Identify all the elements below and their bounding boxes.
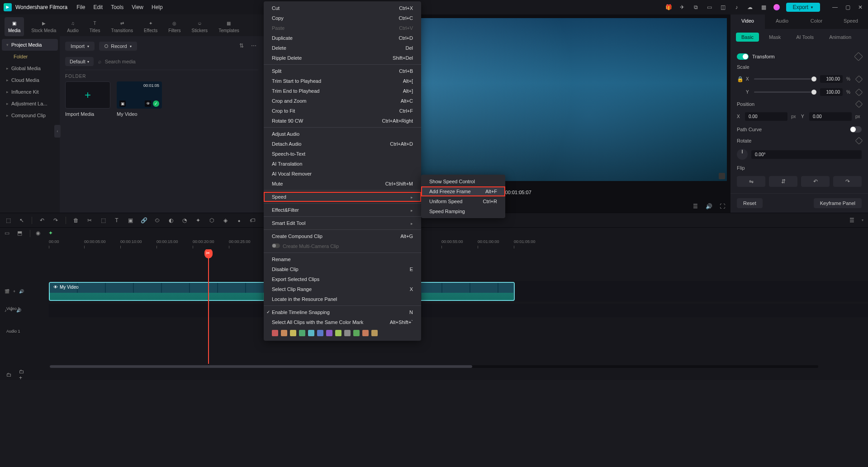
link-icon[interactable]: 🔗 (140, 217, 147, 224)
ctx-crop-to-fit[interactable]: Crop to FitCtrl+F (264, 106, 421, 116)
audio-icon[interactable]: ♪ (733, 4, 740, 11)
maximize-button[interactable]: ▢ (844, 3, 852, 11)
gift-icon[interactable]: 🎁 (665, 4, 672, 11)
ctx-ripple-delete[interactable]: Ripple DeleteShift+Del (264, 53, 421, 63)
scale-y-keyframe-icon[interactable] (855, 88, 863, 96)
color-swatch[interactable] (299, 330, 305, 336)
import-button[interactable]: Import▾ (65, 42, 95, 51)
rotate-keyframe-icon[interactable] (855, 137, 863, 145)
tab-titles[interactable]: TTitles (86, 17, 104, 36)
subtab-ai-tools[interactable]: AI Tools (791, 33, 819, 42)
scale-y-slider[interactable] (754, 91, 816, 93)
magnet-icon[interactable]: ⬚ (5, 217, 12, 224)
ctx-speech-to-text[interactable]: Speech-to-Text (264, 149, 421, 159)
ctx-crop-and-zoom[interactable]: Crop and ZoomAlt+C (264, 96, 421, 106)
color-icon[interactable]: ◔ (181, 217, 188, 224)
ctx-sub-uniform-speed[interactable]: Uniform SpeedCtrl+R (421, 196, 505, 206)
ctx-split[interactable]: SplitCtrl+B (264, 66, 421, 76)
ctx-create-compound-clip[interactable]: Create Compound ClipAlt+G (264, 231, 421, 241)
tab-color[interactable]: Color (799, 14, 834, 29)
sidebar-item-folder[interactable]: Folder (2, 51, 58, 62)
scale-x-keyframe-icon[interactable] (855, 75, 863, 83)
import-media-tile[interactable]: + Import Media (65, 81, 110, 117)
ctx-export-selected-clips[interactable]: Export Selected Clips (264, 274, 421, 284)
flip-v-button[interactable]: ⇵ (769, 176, 797, 187)
ctx-sub-speed-ramping[interactable]: Speed Ramping (421, 206, 505, 216)
color-swatch[interactable] (335, 330, 342, 336)
mode2-icon[interactable]: ⬒ (17, 230, 24, 237)
fade-icon[interactable]: ◐ (167, 217, 175, 224)
mode1-icon[interactable]: ▭ (5, 230, 12, 237)
keyframe-panel-button[interactable]: Keyframe Panel (814, 198, 862, 208)
monitor-icon[interactable]: ▭ (706, 4, 713, 11)
corner-handle-icon[interactable] (719, 173, 725, 179)
crop-icon[interactable]: ⬚ (100, 217, 107, 224)
ctx-trim-start-to-playhead[interactable]: Trim Start to PlayheadAlt+[ (264, 76, 421, 86)
sidebar-collapse-button[interactable]: ‹ (54, 125, 61, 138)
flip-h-button[interactable]: ⇋ (737, 176, 765, 187)
ctx-trim-end-to-playhead[interactable]: Trim End to PlayheadAlt+] (264, 86, 421, 96)
ctx-sub-show-speed-control[interactable]: Show Speed Control (421, 176, 505, 186)
speed-icon[interactable]: ⏲ (154, 217, 161, 224)
color-swatch[interactable] (317, 330, 323, 336)
user-avatar-icon[interactable] (773, 4, 780, 10)
ctx-cut[interactable]: CutCtrl+X (264, 3, 421, 13)
scale-x-slider[interactable] (754, 78, 816, 80)
tab-video[interactable]: Video (730, 14, 765, 29)
menu-edit[interactable]: Edit (94, 4, 103, 10)
ctx-disable-clip[interactable]: Disable ClipE (264, 264, 421, 274)
cut-icon[interactable]: ✂ (86, 217, 93, 224)
devices-icon[interactable]: ⧉ (692, 4, 699, 11)
tab-transitions[interactable]: ⇄Transitions (107, 17, 137, 36)
menu-view[interactable]: View (132, 4, 143, 10)
marker-icon[interactable]: ◈ (222, 217, 229, 224)
sidebar-item-cloud-media[interactable]: ▸Cloud Media (2, 74, 58, 86)
sidebar-item-adjustment-layer[interactable]: ▸Adjustment La... (2, 98, 58, 110)
transform-toggle[interactable] (737, 53, 749, 60)
color-swatch[interactable] (326, 330, 332, 336)
mode4-icon[interactable]: ✦ (48, 230, 56, 237)
cursor-icon[interactable]: ↖ (18, 217, 25, 224)
sidebar-item-compound-clip[interactable]: ▸Compound Clip (2, 110, 58, 121)
subtab-animation[interactable]: Animation (824, 33, 857, 42)
color-swatch[interactable] (308, 330, 314, 336)
timeline-ruler[interactable]: 00:00 00:00:05:00 00:00:10:00 00:00:15:0… (49, 239, 868, 249)
ctx-enable-timeline-snapping[interactable]: ✓Enable Timeline SnappingN (264, 307, 421, 317)
tab-effects[interactable]: ✦Effects (140, 17, 161, 36)
pos-y-input[interactable]: 0.00 (809, 112, 852, 121)
record-button[interactable]: Record▾ (99, 42, 137, 51)
close-button[interactable]: ✕ (856, 3, 864, 11)
ctx-duplicate[interactable]: DuplicateCtrl+D (264, 33, 421, 43)
ctx-detach-audio[interactable]: Detach AudioCtrl+Alt+D (264, 139, 421, 149)
color-swatch[interactable] (290, 330, 296, 336)
undo-icon[interactable]: ↶ (38, 217, 46, 224)
search-input[interactable]: ⌕ (98, 58, 258, 65)
timeline-scrollbar[interactable] (0, 364, 868, 369)
sidebar-item-global-media[interactable]: ▸Global Media (2, 62, 58, 74)
tab-filters[interactable]: ◎Filters (165, 17, 184, 36)
color-swatch[interactable] (344, 330, 351, 336)
sidebar-item-influence-kit[interactable]: ▸Influence Kit (2, 86, 58, 98)
ctx-select-all-clips-with-the-same-color-mark[interactable]: Select All Clips with the Same Color Mar… (264, 317, 421, 327)
screenshot-icon[interactable]: ▣ (127, 217, 134, 224)
rotate-cw-button[interactable]: ↷ (833, 176, 862, 187)
rotate-dial[interactable] (737, 149, 748, 160)
cloud-icon[interactable]: ☁ (746, 4, 754, 11)
mute-video-icon[interactable]: 🔊 (19, 289, 24, 294)
ctx-rename[interactable]: Rename (264, 254, 421, 264)
scale-y-input[interactable]: 100.00 (820, 88, 843, 96)
transform-reset-icon[interactable] (854, 52, 863, 61)
ctx-select-clip-range[interactable]: Select Clip RangeX (264, 284, 421, 294)
path-curve-toggle[interactable] (850, 126, 862, 133)
menu-tools[interactable]: Tools (111, 4, 123, 10)
tab-stock-media[interactable]: ▶Stock Media (28, 17, 60, 36)
sort-icon[interactable]: ⇅ (239, 43, 247, 50)
lock-icon[interactable]: 🔒 (737, 76, 742, 82)
export-button[interactable]: Export▼ (786, 3, 820, 12)
ctx-effect-filter[interactable]: Effect&Filter▸ (264, 205, 421, 215)
text-icon[interactable]: T (113, 217, 120, 224)
ctx-ai-vocal-remover[interactable]: AI Vocal Remover (264, 169, 421, 179)
color-swatch[interactable] (362, 330, 369, 336)
tab-media[interactable]: ▣Media (5, 17, 24, 36)
send-icon[interactable]: ✈ (678, 4, 686, 11)
